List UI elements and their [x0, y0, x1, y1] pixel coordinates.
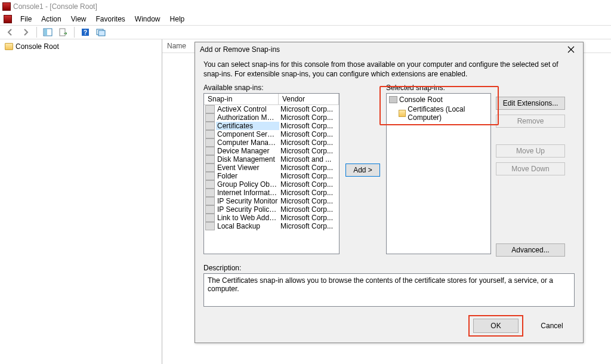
col-vendor[interactable]: Vendor — [279, 94, 339, 105]
console-tree[interactable]: Console Root — [0, 39, 162, 364]
snapin-icon — [205, 197, 215, 205]
folder-icon — [389, 96, 397, 103]
snapin-vendor: Microsoft Corp... — [279, 147, 339, 155]
ok-button[interactable]: OK — [473, 319, 519, 333]
cancel-button[interactable]: Cancel — [529, 319, 575, 333]
menu-view[interactable]: View — [66, 14, 91, 24]
forward-button[interactable] — [19, 26, 32, 38]
menu-help[interactable]: Help — [165, 14, 190, 24]
available-snapins-list[interactable]: Snap-in Vendor ActiveX ControlMicrosoft … — [203, 93, 340, 254]
edit-extensions-button[interactable]: Edit Extensions... — [496, 97, 565, 110]
list-header: Snap-in Vendor — [204, 94, 339, 105]
tree-root-label: Console Root — [16, 42, 59, 51]
menu-window[interactable]: Window — [130, 14, 165, 24]
selected-child-node[interactable]: Certificates (Local Computer) — [388, 104, 489, 122]
folder-icon — [5, 43, 13, 50]
snapin-name: Event Viewer — [216, 164, 279, 172]
snapin-name: Folder — [216, 172, 279, 180]
certificate-icon — [399, 110, 406, 117]
remove-button[interactable]: Remove — [496, 115, 565, 128]
snapin-name: IP Security Policy Ma... — [216, 205, 279, 214]
mmc-icon — [4, 15, 12, 23]
snapin-row[interactable]: Computer Managem...Microsoft Corp... — [204, 138, 339, 147]
snapin-row[interactable]: Device ManagerMicrosoft Corp... — [204, 147, 339, 155]
snapin-icon — [205, 147, 215, 155]
snapin-name: Device Manager — [216, 147, 279, 155]
add-remove-snapins-dialog: Add or Remove Snap-ins You can select sn… — [195, 42, 584, 343]
snapin-row[interactable]: ActiveX ControlMicrosoft Corp... — [204, 105, 339, 113]
description-text: The Certificates snap-in allows you to b… — [208, 276, 553, 293]
snapin-name: Disk Management — [216, 155, 279, 164]
snapin-icon — [205, 130, 215, 138]
col-snapin[interactable]: Snap-in — [204, 94, 279, 105]
menu-favorites[interactable]: Favorites — [91, 14, 130, 24]
snapin-name: Certificates — [216, 122, 279, 130]
new-window-button[interactable] — [94, 26, 107, 38]
snapin-row[interactable]: IP Security Policy Ma...Microsoft Corp..… — [204, 205, 339, 214]
back-button[interactable] — [4, 26, 17, 38]
svg-text:?: ? — [84, 29, 87, 36]
snapin-icon — [205, 172, 215, 180]
selected-snapins-tree[interactable]: Console Root Certificates (Local Compute… — [386, 93, 491, 254]
svg-rect-2 — [60, 29, 65, 36]
snapin-vendor: Microsoft Corp... — [279, 164, 339, 172]
snapin-name: Local Backup — [216, 222, 279, 230]
snapin-vendor: Microsoft Corp... — [279, 222, 339, 230]
snapin-name: Group Policy Object ... — [216, 180, 279, 189]
snapin-row[interactable]: Internet Information ...Microsoft Corp..… — [204, 189, 339, 197]
help-button[interactable]: ? — [79, 26, 92, 38]
snapin-icon — [205, 222, 215, 230]
advanced-button[interactable]: Advanced... — [496, 243, 565, 257]
app-icon — [2, 2, 11, 11]
snapin-icon — [205, 189, 215, 197]
snapin-vendor: Microsoft Corp... — [279, 130, 339, 138]
snapin-name: Computer Managem... — [216, 138, 279, 147]
tree-root-node[interactable]: Console Root — [4, 42, 158, 51]
snapin-name: Internet Information ... — [216, 189, 279, 197]
snapin-vendor: Microsoft Corp... — [279, 138, 339, 147]
snapin-row[interactable]: Link to Web AddressMicrosoft Corp... — [204, 214, 339, 222]
toolbar: ? — [0, 25, 611, 39]
snapin-icon — [205, 138, 215, 147]
snapin-row[interactable]: FolderMicrosoft Corp... — [204, 172, 339, 180]
snapin-row[interactable]: Component ServicesMicrosoft Corp... — [204, 130, 339, 138]
menu-action[interactable]: Action — [36, 14, 66, 24]
snapin-name: Component Services — [216, 130, 279, 138]
snapin-vendor: Microsoft Corp... — [279, 197, 339, 205]
app-title: Console1 - [Console Root] — [13, 2, 97, 11]
snapin-vendor: Microsoft Corp... — [279, 214, 339, 222]
snapin-name: Link to Web Address — [216, 214, 279, 222]
snapin-row[interactable]: Local BackupMicrosoft Corp... — [204, 222, 339, 230]
selected-root-node[interactable]: Console Root — [388, 95, 489, 104]
toolbar-separator — [36, 27, 37, 38]
snapin-icon — [205, 180, 215, 189]
snapin-name: Authorization Manager — [216, 113, 279, 122]
snapin-icon — [205, 155, 215, 164]
selected-label: Selected snap-ins: — [386, 84, 491, 92]
snapin-vendor: Microsoft and ... — [279, 155, 339, 164]
move-up-button[interactable]: Move Up — [496, 144, 565, 158]
close-icon[interactable] — [564, 44, 578, 55]
snapin-icon — [205, 164, 215, 172]
snapin-icon — [205, 113, 215, 122]
description-label: Description: — [203, 264, 575, 272]
export-list-button[interactable] — [57, 26, 70, 38]
menubar: File Action View Favorites Window Help — [0, 13, 611, 25]
menu-file[interactable]: File — [16, 14, 36, 24]
app-titlebar: Console1 - [Console Root] — [0, 0, 611, 13]
move-down-button[interactable]: Move Down — [496, 162, 565, 175]
snapin-row[interactable]: Group Policy Object ...Microsoft Corp... — [204, 180, 339, 189]
snapin-row[interactable]: IP Security MonitorMicrosoft Corp... — [204, 197, 339, 205]
svg-rect-6 — [98, 30, 105, 36]
snapin-row[interactable]: Authorization ManagerMicrosoft Corp... — [204, 113, 339, 122]
snapin-row[interactable]: Event ViewerMicrosoft Corp... — [204, 164, 339, 172]
snapin-icon — [205, 122, 215, 130]
description-box: The Certificates snap-in allows you to b… — [203, 273, 575, 307]
show-hide-tree-button[interactable] — [41, 26, 54, 38]
dialog-intro-text: You can select snap-ins for this console… — [203, 60, 575, 79]
snapin-vendor: Microsoft Corp... — [279, 172, 339, 180]
snapin-row[interactable]: Disk ManagementMicrosoft and ... — [204, 155, 339, 164]
snapin-row[interactable]: CertificatesMicrosoft Corp... — [204, 122, 339, 130]
add-button[interactable]: Add > — [345, 164, 380, 177]
selected-root-label: Console Root — [399, 95, 443, 104]
